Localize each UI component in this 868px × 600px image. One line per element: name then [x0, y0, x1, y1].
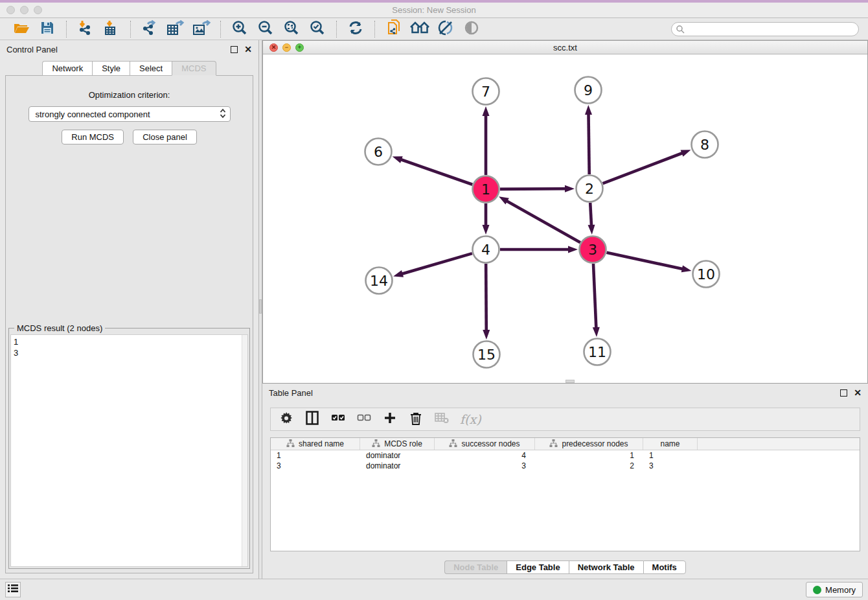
column-header-name[interactable]: name	[643, 438, 698, 450]
duplicate-network-button[interactable]	[384, 20, 404, 38]
canvas-resize-handle[interactable]	[565, 380, 575, 383]
table-row[interactable]: 3dominator323	[271, 461, 860, 471]
run-mcds-button[interactable]: Run MCDS	[62, 130, 124, 144]
tab-style[interactable]: Style	[92, 61, 130, 76]
result-scrollbar[interactable]	[242, 335, 247, 566]
network-canvas[interactable]: 7986124314101511	[263, 54, 867, 383]
table-header-row: shared nameMCDS rolesuccessor nodesprede…	[271, 438, 860, 450]
column-header-shared-name[interactable]: shared name	[271, 438, 360, 450]
cell-name[interactable]: 1	[643, 450, 698, 461]
unselect-all-button[interactable]	[356, 411, 372, 428]
edge-2-8[interactable]	[603, 152, 684, 183]
status-bar: Memory	[0, 579, 868, 600]
arrowhead-icon	[393, 156, 403, 163]
save-session-button[interactable]	[38, 20, 57, 38]
cell-successor-nodes[interactable]: 4	[435, 450, 535, 461]
edge-3-11[interactable]	[593, 264, 596, 329]
tree-sort-icon	[549, 439, 558, 449]
network-view-window: ✕ − + scc.txt 7986124314101511	[262, 40, 868, 384]
eye-button[interactable]	[462, 20, 481, 38]
zoom-out-button[interactable]	[256, 20, 275, 38]
duplicate-network-icon	[386, 19, 402, 39]
export-table-button[interactable]	[166, 20, 185, 38]
column-label: successor nodes	[461, 439, 520, 448]
table-row[interactable]: 1dominator411	[271, 450, 860, 461]
delete-table-button[interactable]	[434, 411, 450, 428]
select-all-button[interactable]	[330, 411, 346, 428]
cell-name[interactable]: 3	[643, 461, 698, 471]
import-network-button[interactable]	[76, 20, 95, 38]
export-network-icon	[141, 20, 158, 38]
close-panel-icon[interactable]: ✕	[244, 46, 252, 53]
tab-network[interactable]: Network	[42, 61, 92, 76]
edge-1-2[interactable]	[500, 189, 567, 189]
criterion-select[interactable]: strongly connected component	[29, 106, 231, 122]
edge-3-1[interactable]	[505, 200, 580, 242]
cell-predecessor-nodes[interactable]: 2	[535, 461, 643, 471]
zoom-fit-icon	[284, 20, 299, 38]
float-panel-icon[interactable]	[231, 46, 238, 53]
close-table-panel-icon[interactable]: ✕	[854, 389, 862, 397]
add-column-button[interactable]	[382, 411, 398, 428]
tab-select[interactable]: Select	[130, 61, 172, 76]
import-table-button[interactable]	[102, 20, 121, 38]
refresh-layout-button[interactable]	[346, 20, 365, 38]
table-body: 1dominator4113dominator323	[271, 450, 860, 471]
export-image-button[interactable]	[192, 20, 211, 38]
table-settings-button[interactable]	[279, 411, 294, 428]
cell-predecessor-nodes[interactable]: 1	[535, 450, 643, 461]
optimization-criterion-label: Optimization criterion:	[6, 90, 253, 100]
list-icon	[8, 584, 18, 595]
close-panel-button[interactable]: Close panel	[133, 130, 197, 144]
zoom-selected-button[interactable]	[308, 20, 327, 38]
select-stepper-icon	[220, 108, 226, 121]
zoom-in-button[interactable]	[230, 20, 249, 38]
refresh-icon	[348, 20, 363, 38]
edge-4-15[interactable]	[486, 264, 486, 332]
cell-successor-nodes[interactable]: 3	[435, 461, 535, 471]
node-label-11: 11	[588, 344, 606, 360]
style-toggle-icon	[437, 20, 454, 38]
column-header-mcds-role[interactable]: MCDS role	[360, 438, 435, 450]
delete-column-button[interactable]	[408, 411, 424, 428]
network-graph[interactable]: 7986124314101511	[263, 54, 867, 380]
edge-1-6[interactable]	[400, 159, 472, 185]
float-table-panel-icon[interactable]	[840, 389, 847, 397]
edge-2-9[interactable]	[588, 113, 589, 174]
tab-motifs[interactable]: Motifs	[643, 560, 686, 574]
search-input[interactable]	[671, 22, 859, 36]
task-history-button[interactable]	[5, 582, 21, 597]
checked-boxes-icon	[331, 413, 345, 425]
show-columns-button[interactable]	[304, 411, 320, 428]
column-header-predecessor-nodes[interactable]: predecessor nodes	[535, 438, 643, 450]
home-button[interactable]	[410, 20, 429, 38]
style-toggle-button[interactable]	[436, 20, 455, 38]
open-session-button[interactable]	[12, 20, 31, 38]
export-network-button[interactable]	[140, 20, 159, 38]
memory-button[interactable]: Memory	[806, 582, 863, 597]
tab-node-table[interactable]: Node Table	[444, 560, 507, 574]
tab-mcds[interactable]: MCDS	[172, 61, 216, 76]
column-header-successor-nodes[interactable]: successor nodes	[435, 438, 535, 450]
arrowhead-icon	[483, 330, 490, 340]
node-label-8: 8	[700, 137, 709, 153]
splitter-handle-icon[interactable]	[259, 299, 262, 314]
memory-status-icon	[813, 586, 821, 594]
cell-mcds-role[interactable]: dominator	[360, 461, 435, 471]
save-icon	[41, 21, 54, 37]
tree-sort-icon	[372, 439, 380, 449]
mcds-result-text[interactable]: 1 3	[11, 335, 242, 566]
unchecked-boxes-icon	[357, 413, 371, 425]
edge-2-3[interactable]	[590, 203, 591, 227]
edge-4-14[interactable]	[401, 253, 472, 274]
function-builder-button[interactable]: f(x)	[460, 411, 481, 428]
cell-shared-name[interactable]: 1	[271, 450, 360, 461]
edge-3-10[interactable]	[606, 253, 683, 270]
tab-network-table[interactable]: Network Table	[569, 560, 643, 574]
zoom-fit-button[interactable]	[282, 20, 301, 38]
cell-shared-name[interactable]: 3	[271, 461, 360, 471]
column-label: predecessor nodes	[562, 439, 628, 448]
tab-edge-table[interactable]: Edge Table	[507, 560, 568, 574]
arrowhead-icon	[565, 185, 575, 192]
cell-mcds-role[interactable]: dominator	[360, 450, 435, 461]
